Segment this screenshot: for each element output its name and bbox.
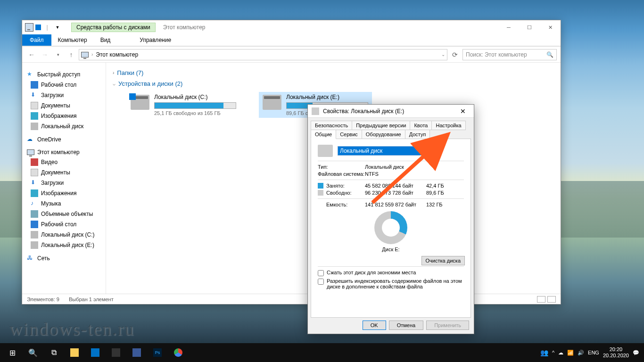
sidebar-item-videos[interactable]: Видео (24, 157, 104, 167)
type-value: Локальный диск (365, 164, 404, 170)
drive-c[interactable]: Локальный диск (C:) 25,1 ГБ свободно из … (127, 92, 240, 118)
sidebar-item-pictures[interactable]: Изображения (24, 111, 104, 121)
sidebar-quick-access[interactable]: ★Быстрый доступ (24, 69, 104, 80)
drive-icon (318, 145, 333, 157)
tab-customize[interactable]: Настройка (431, 121, 465, 130)
qat-save-icon[interactable] (35, 25, 41, 30)
taskbar-save-icon[interactable] (126, 343, 147, 362)
tab-view[interactable]: Вид (94, 35, 117, 45)
drive-tools-context-tab[interactable]: Средства работы с дисками (71, 23, 156, 32)
path-dropdown-icon[interactable]: ⌄ (441, 52, 445, 57)
properties-tabs: Безопасность Предыдущие версии Квота Нас… (308, 118, 474, 139)
task-view-button[interactable]: ⧉ (43, 343, 64, 362)
sidebar-item-3dobjects[interactable]: Объемные объекты (24, 209, 104, 219)
tab-manage[interactable]: Управление (133, 35, 178, 45)
tray-cloud-icon[interactable]: ☁ (558, 350, 563, 356)
view-details-icon[interactable] (537, 296, 545, 303)
tab-sharing[interactable]: Доступ (405, 130, 430, 139)
cancel-button[interactable]: Отмена (389, 321, 423, 330)
fs-value: NTFS (365, 171, 379, 177)
drive-label: Локальный диск (E:) (286, 94, 368, 100)
sidebar-network[interactable]: 🖧Сеть (24, 253, 104, 263)
taskbar-explorer[interactable] (64, 343, 85, 362)
search-input[interactable]: Поиск: Этот компьютер 🔍 (462, 49, 557, 60)
drive-icon (312, 107, 319, 115)
disk-cleanup-button[interactable]: Очистка диска (421, 256, 465, 265)
sidebar-item-documents[interactable]: Документы (24, 100, 104, 111)
action-center-button[interactable]: 💬 (633, 350, 639, 356)
close-button[interactable]: ✕ (456, 107, 470, 115)
search-icon[interactable]: 🔍 (546, 51, 553, 58)
tab-security[interactable]: Безопасность (311, 121, 352, 130)
recent-dropdown[interactable]: ▾ (52, 49, 64, 60)
navigation-sidebar: ★Быстрый доступ Рабочий стол ⬇Загрузки Д… (22, 63, 106, 294)
compress-checkbox[interactable] (318, 270, 324, 276)
tray-clock[interactable]: 20:20 20.20.2020 (603, 346, 629, 359)
path-input[interactable]: › Этот компьютер ⌄ (79, 49, 447, 60)
search-button[interactable]: 🔍 (23, 343, 43, 362)
dialog-title: Свойства: Локальный диск (E:) (323, 108, 404, 115)
chevron-down-icon: ⌵ (113, 81, 116, 86)
explorer-icon (25, 23, 33, 32)
taskbar-photoshop[interactable]: Ps (147, 343, 168, 362)
refresh-button[interactable]: ⟳ (449, 49, 461, 60)
devices-section-header[interactable]: ⌵Устройства и диски (2) (113, 80, 554, 87)
file-explorer-window: | ▼ Средства работы с дисками Этот компь… (22, 20, 561, 304)
sidebar-item-localdisk[interactable]: Локальный диск (24, 121, 104, 132)
index-label: Разрешить индексировать содержимое файло… (327, 278, 464, 289)
tab-hardware[interactable]: Оборудование (362, 130, 405, 139)
ribbon-tabs: Файл Компьютер Вид Управление (22, 34, 561, 46)
tab-quota[interactable]: Квота (410, 121, 432, 130)
status-bar: Элементов: 9 Выбран 1 элемент (22, 294, 561, 304)
tray-people-icon[interactable]: 👥 (540, 349, 548, 356)
dialog-buttons: OK Отмена Применить (308, 321, 474, 335)
folders-section-header[interactable]: ›Папки (7) (113, 69, 554, 76)
start-button[interactable]: ⊞ (2, 343, 23, 362)
drive-free-text: 25,1 ГБ свободно из 165 ГБ (154, 110, 236, 116)
sidebar-item-pictures2[interactable]: Изображения (24, 188, 104, 198)
up-button[interactable]: ↑ (66, 49, 77, 60)
capacity-bytes: 141 812 559 872 байт (365, 202, 426, 207)
tab-file[interactable]: Файл (22, 34, 51, 46)
tray-network-icon[interactable]: 📶 (567, 350, 574, 356)
close-button[interactable]: ✕ (540, 21, 561, 34)
view-large-icon[interactable] (547, 296, 556, 303)
back-button[interactable]: ← (26, 49, 37, 60)
compress-label: Сжать этот диск для экономии места (327, 270, 416, 275)
drive-name-input[interactable] (338, 146, 432, 156)
sidebar-item-drive-c[interactable]: Локальный диск (C:) (24, 230, 104, 240)
dialog-titlebar[interactable]: Свойства: Локальный диск (E:) ✕ (308, 105, 474, 118)
tab-tools[interactable]: Сервис (336, 130, 362, 139)
maximize-button[interactable]: ☐ (519, 21, 540, 34)
sidebar-onedrive[interactable]: ☁OneDrive (24, 134, 104, 145)
explorer-titlebar[interactable]: | ▼ Средства работы с дисками Этот компь… (22, 20, 561, 34)
taskbar-chrome[interactable] (168, 343, 189, 362)
taskbar-outlook[interactable] (85, 343, 106, 362)
index-checkbox[interactable] (318, 279, 324, 285)
free-color-icon (318, 190, 323, 196)
sidebar-item-documents2[interactable]: Документы (24, 167, 104, 178)
sidebar-item-drive-e[interactable]: Локальный диск (E:) (24, 240, 104, 250)
qat-dropdown-icon[interactable]: ▼ (53, 23, 62, 32)
sidebar-this-pc[interactable]: Этот компьютер (24, 148, 104, 157)
tray-up-icon[interactable]: ^ (552, 350, 554, 355)
sidebar-item-desktop2[interactable]: Рабочий стол (24, 219, 104, 230)
sidebar-item-downloads[interactable]: ⬇Загрузки (24, 90, 104, 100)
tab-previous-versions[interactable]: Предыдущие версии (352, 121, 410, 130)
apply-button[interactable]: Применить (426, 321, 469, 330)
used-bytes: 45 582 086 144 байт (365, 183, 426, 189)
forward-button[interactable]: → (39, 49, 50, 60)
tray-volume-icon[interactable]: 🔊 (578, 350, 584, 356)
sidebar-item-music[interactable]: ♪Музыка (24, 198, 104, 209)
sidebar-item-desktop[interactable]: Рабочий стол (24, 80, 104, 90)
breadcrumb-current[interactable]: Этот компьютер (96, 51, 138, 58)
tab-general[interactable]: Общие (311, 130, 336, 139)
sidebar-item-downloads2[interactable]: ⬇Загрузки (24, 178, 104, 188)
minimize-button[interactable]: ─ (498, 21, 519, 34)
tray-language[interactable]: ENG (588, 350, 599, 355)
taskbar-calculator[interactable] (106, 343, 126, 362)
clock-time: 20:20 (603, 346, 629, 353)
ok-button[interactable]: OK (363, 321, 386, 330)
tab-computer[interactable]: Компьютер (51, 35, 94, 45)
chevron-right-icon: › (113, 70, 114, 75)
